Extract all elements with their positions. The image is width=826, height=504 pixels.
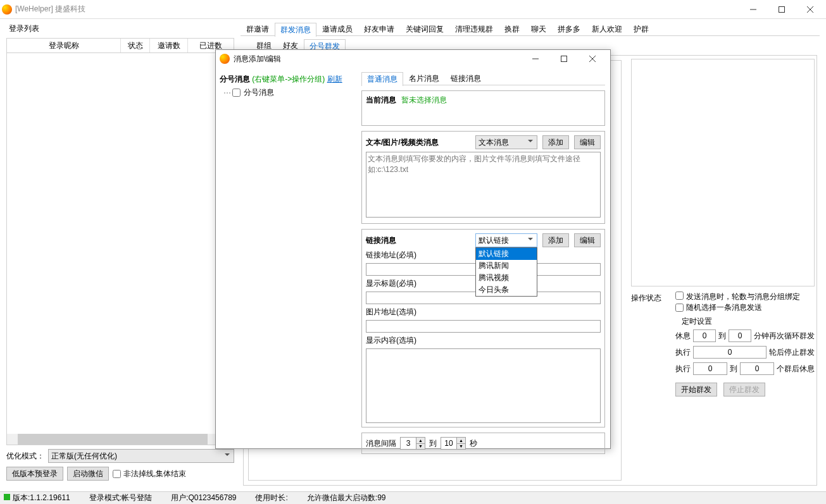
tab-invite-member[interactable]: 邀请成员 [316,22,358,36]
dlg-tab-link[interactable]: 链接消息 [445,71,487,85]
tab-swap-group[interactable]: 换群 [499,22,525,36]
dd-opt-toutiao[interactable]: 今日头条 [476,284,537,296]
dialog-maximize[interactable] [549,50,578,68]
tree-refresh-link[interactable]: 刷新 [327,75,342,83]
tab-group-invite[interactable]: 群邀请 [241,22,275,36]
link-content-label: 显示内容(选填) [366,335,601,346]
link-img-input[interactable] [366,320,601,333]
pre-login-button[interactable]: 低版本预登录 [6,467,63,481]
dialog-close[interactable] [578,50,606,68]
text-type-value: 文本消息 [479,137,509,148]
link-type-dropdown[interactable]: 默认链接 默认链接 腾讯新闻 腾讯视频 今日头条 [475,233,537,247]
dialog-tree-panel: 分号消息 (右键菜单->操作分组) 刷新 ⋯ 分号消息 [216,68,356,458]
random-msg-checkbox[interactable]: 随机选择一条消息发送 [675,302,762,313]
login-grid-hscroll[interactable] [7,434,234,445]
tab-guard[interactable]: 护群 [628,22,654,36]
main-tabs: 群邀请 群发消息 邀请成员 好友申请 关键词回复 清理违规群 换群 聊天 拼多多… [241,22,820,36]
tab-keyword-reply[interactable]: 关键词回复 [400,22,449,36]
dd-opt-txnews[interactable]: 腾讯新闻 [476,260,537,272]
col-state[interactable]: 状态 [121,39,150,52]
dlg-tab-normal[interactable]: 普通消息 [361,72,403,86]
random-msg-label: 随机选择一条消息发送 [686,302,762,313]
illegal-offline-checkbox[interactable]: 非法掉线,集体结束 [113,469,186,479]
tab-chat[interactable]: 聊天 [525,22,552,36]
groups-from-input[interactable] [693,362,727,375]
main-titlebar: [WeHelper] 捷盛科技 [0,0,826,19]
illegal-offline-label: 非法掉线,集体结束 [123,469,186,479]
bind-rounds-input[interactable] [675,292,684,300]
col-nick[interactable]: 登录昵称 [7,39,121,52]
text-type-select[interactable]: 文本消息 [475,135,537,149]
link-content-input[interactable] [366,348,601,423]
col-invite[interactable]: 邀请数 [150,39,188,52]
to-label-1: 到 [718,331,726,341]
link-edit-button[interactable]: 编辑 [574,233,601,247]
spin-down-icon-2[interactable]: ▼ [457,444,465,450]
rounds-stop-label: 轮后停止群发 [769,347,815,358]
dialog-icon [220,54,230,64]
tab-newcomer[interactable]: 新人欢迎 [586,22,628,36]
rest-to-input[interactable] [729,329,751,342]
dialog-title: 消息添加\编辑 [234,54,281,65]
svg-rect-5 [561,56,566,62]
text-section-label: 文本/图片/视频类消息 [366,137,470,148]
spin-up-icon-2[interactable]: ▲ [457,438,465,444]
status-mode: 登录模式:帐号登陆 [89,493,152,503]
optimize-select[interactable]: 正常版(无任何优化) [48,449,234,463]
spin-up-icon[interactable]: ▲ [416,438,425,444]
dd-opt-default[interactable]: 默认链接 [476,248,537,260]
exec-label-1: 执行 [675,347,691,358]
start-wechat-button[interactable]: 启动微信 [67,467,109,481]
current-msg-box: 当前消息 暂未选择消息 [361,90,605,126]
rest-label: 休息 [675,331,691,341]
tree-item-label: 分号消息 [244,87,274,98]
timer-title: 定时设置 [682,316,815,327]
text-edit-button[interactable]: 编辑 [574,135,601,149]
dlg-tab-card[interactable]: 名片消息 [403,71,445,85]
tab-pdd[interactable]: 拼多多 [552,22,586,36]
login-grid-body[interactable] [6,53,234,445]
interval-from-input[interactable] [401,438,416,449]
interval-box: 消息间隔 ▲▼ 到 ▲▼ 秒 [361,433,605,454]
rounds-input[interactable] [693,346,767,359]
random-msg-input[interactable] [675,304,684,312]
illegal-offline-input[interactable] [113,470,121,478]
dialog-minimize[interactable] [521,50,549,68]
text-add-button[interactable]: 添加 [542,135,569,149]
interval-to-spin[interactable]: ▲▼ [441,437,466,450]
status-time: 使用时长: [255,493,287,503]
optimize-value: 正常版(无任何优化) [51,451,117,462]
groups-to-input[interactable] [740,362,774,375]
ops-list[interactable] [631,59,815,286]
rest-from-input[interactable] [693,329,716,342]
dialog-titlebar: 消息添加\编辑 [216,50,610,68]
link-type-selected[interactable]: 默认链接 [475,233,537,247]
tree-item-checkbox[interactable] [232,89,241,97]
optimize-label: 优化模式： [6,451,44,462]
text-content-input[interactable] [366,152,601,218]
spin-down-icon[interactable]: ▼ [416,444,425,450]
link-add-button[interactable]: 添加 [542,233,569,247]
interval-to-input[interactable] [441,438,456,449]
bind-rounds-checkbox[interactable]: 发送消息时，轮数与消息分组绑定 [675,292,800,302]
tab-clean-group[interactable]: 清理违规群 [449,22,499,36]
tab-mass-send[interactable]: 群发消息 [275,23,316,37]
login-list-panel: 登录列表 登录昵称 状态 邀请数 已进数 优化模式： 正常版(无任何优化) 低版… [6,22,234,488]
groups-rest-label: 个群后休息 [777,364,815,374]
close-button[interactable] [796,0,824,18]
status-user: 用户:Q0123456789 [171,493,236,503]
tab-friend-req[interactable]: 好友申请 [358,22,400,36]
svg-line-2 [807,6,813,13]
interval-label: 消息间隔 [366,438,396,449]
stop-send-button[interactable]: 停止群发 [723,383,765,396]
dd-opt-txvideo[interactable]: 腾讯视频 [476,272,537,284]
to-label-2: 到 [730,364,737,374]
minimize-button[interactable] [739,0,767,18]
start-send-button[interactable]: 开始群发 [675,383,717,396]
min-again-label: 分钟再次循环群发 [754,331,815,341]
scroll-thumb[interactable] [18,434,208,445]
message-edit-dialog: 消息添加\编辑 分号消息 (右键菜单->操作分组) 刷新 ⋯ 分号消息 普通消息… [215,49,611,449]
tree-item-root[interactable]: ⋯ 分号消息 [223,87,353,98]
interval-from-spin[interactable]: ▲▼ [400,437,425,450]
maximize-button[interactable] [767,0,796,18]
